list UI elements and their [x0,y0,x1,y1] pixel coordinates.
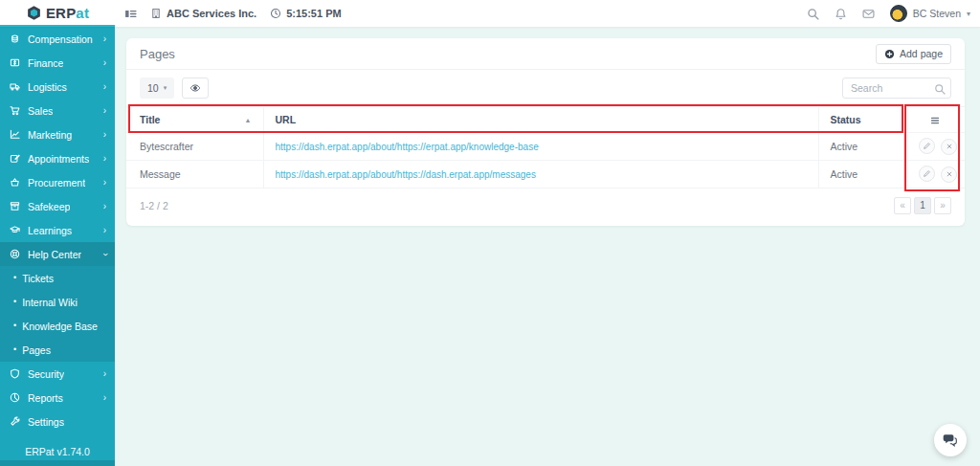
sidebar-item-procurement[interactable]: Procurement › [0,170,115,194]
bell-icon[interactable] [835,8,847,20]
sidebar-item-safekeep[interactable]: Safekeep › [0,194,115,218]
prev-page-button[interactable]: « [894,197,911,214]
cell-url: https://dash.erpat.app/about/https://erp… [263,133,818,161]
cell-actions [904,133,965,161]
table-search [842,78,951,99]
delete-button[interactable] [941,166,957,183]
chevron-right-icon: › [103,106,106,116]
reports-icon [9,392,21,403]
edit-button[interactable] [919,166,935,182]
marketing-icon [9,129,21,140]
cell-status: Active [818,161,904,189]
cell-status: Active [818,133,904,161]
sidebar-item-finance[interactable]: Finance › [0,51,115,75]
app-version: ERPat v1.74.0 [0,446,115,457]
sidebar-item-marketing[interactable]: Marketing › [0,122,115,146]
sidebar-subitem-tickets[interactable]: •Tickets [0,266,115,290]
plus-circle-icon [884,49,895,59]
column-header-url[interactable]: URL [263,107,818,133]
pagination: « 1 » [894,197,951,214]
sidebar-item-compensation[interactable]: Compensation › [0,27,115,51]
table-row: Message https://dash.erpat.app/about/htt… [126,161,965,189]
search-icon[interactable] [807,8,819,20]
main-content: Pages Add page 10 ▾ [115,27,980,466]
logistics-icon [9,81,21,92]
security-icon [9,368,21,379]
chevron-right-icon: › [103,178,106,188]
sidebar-item-appointments[interactable]: Appointments › [0,146,115,170]
column-header-status[interactable]: Status [818,107,904,133]
add-page-button[interactable]: Add page [876,44,951,64]
finance-icon [9,57,21,68]
cell-url: https://dash.erpat.app/about/https://das… [263,161,818,189]
settings-icon [9,416,21,427]
card-footer: 1-2 / 2 « 1 » [126,189,965,226]
sidebar-item-settings[interactable]: Settings [0,410,115,433]
delete-button[interactable] [941,139,957,155]
current-time: 5:15:51 PM [286,8,341,19]
sort-asc-icon: ▲ [245,117,252,123]
table-row: Bytescrafter https://dash.erpat.app/abou… [126,133,965,161]
page-1-button[interactable]: 1 [914,197,931,214]
menu-icon [929,115,941,126]
cell-title: Bytescrafter [126,133,263,161]
next-page-button[interactable]: » [934,197,951,214]
clock-display: 5:15:51 PM [270,8,341,19]
sidebar: Compensation › Finance › Logistics › Sal… [0,27,115,466]
card-header: Pages Add page [126,38,965,70]
bullet-icon: • [13,322,16,330]
eye-icon [189,82,201,94]
table-body: Bytescrafter https://dash.erpat.app/abou… [126,133,965,189]
sidebar-subitem-internal-wiki[interactable]: •Internal Wiki [0,290,115,314]
pages-card: Pages Add page 10 ▾ [126,38,965,226]
logo-cube-icon [26,5,42,21]
sidebar-item-learnings[interactable]: Learnings › [0,218,115,242]
sidebar-toggle-icon[interactable] [124,8,137,20]
company-name: ABC Services Inc. [167,8,256,19]
search-input[interactable] [842,78,951,99]
sidebar-item-reports[interactable]: Reports › [0,386,115,410]
sidebar-subitem-knowledge-base[interactable]: •Knowledge Base [0,314,115,338]
page-title: Pages [140,47,175,61]
user-menu[interactable]: BC Steven ▾ [890,5,970,22]
avatar [890,5,907,22]
chevron-right-icon: › [103,226,106,235]
page-url-link[interactable]: https://dash.erpat.app/about/https://das… [276,169,536,180]
chevron-down-icon: ▾ [164,84,167,92]
page-url-link[interactable]: https://dash.erpat.app/about/https://erp… [276,142,539,152]
chevron-down-icon: › [100,253,109,255]
chevron-right-icon: › [103,82,106,92]
logo-text: ERPat [46,5,89,21]
chat-bubbles-icon [943,433,958,447]
cell-actions [904,161,965,189]
chevron-right-icon: › [103,154,106,164]
pages-table: Title▲URLStatus Bytescrafter https://das… [126,106,965,189]
cell-title: Message [126,161,263,189]
company-selector[interactable]: ABC Services Inc. [150,8,256,19]
building-icon [150,8,162,19]
sidebar-item-security[interactable]: Security › [0,362,115,386]
help-center-icon [9,249,21,259]
learnings-icon [9,225,21,235]
sidebar-item-sales[interactable]: Sales › [0,99,115,122]
column-header-actions[interactable] [904,107,965,133]
sidebar-submenu-help-center: Help Center › •Tickets•Internal Wiki•Kno… [0,242,115,362]
sidebar-subitem-pages[interactable]: •Pages [0,338,115,362]
compensation-icon [9,33,21,44]
app-logo[interactable]: ERPat [0,0,115,27]
sidebar-item-help-center[interactable]: Help Center › [0,242,115,266]
user-name: BC Steven [913,8,961,19]
table-toolbar: 10 ▾ [126,70,965,106]
chat-fab-button[interactable] [934,424,967,456]
appointments-icon [9,153,21,164]
mail-icon[interactable] [862,8,875,20]
clock-icon [270,8,281,19]
sidebar-nav: Compensation › Finance › Logistics › Sal… [0,27,115,433]
column-header-title[interactable]: Title▲ [126,107,263,133]
edit-button[interactable] [919,138,935,154]
page-size-select[interactable]: 10 ▾ [140,78,174,99]
top-bar: ERPat ABC Services Inc. 5:15:51 PM [0,0,980,27]
sidebar-item-logistics[interactable]: Logistics › [0,75,115,99]
column-visibility-button[interactable] [182,78,209,99]
chevron-right-icon: › [103,130,106,140]
